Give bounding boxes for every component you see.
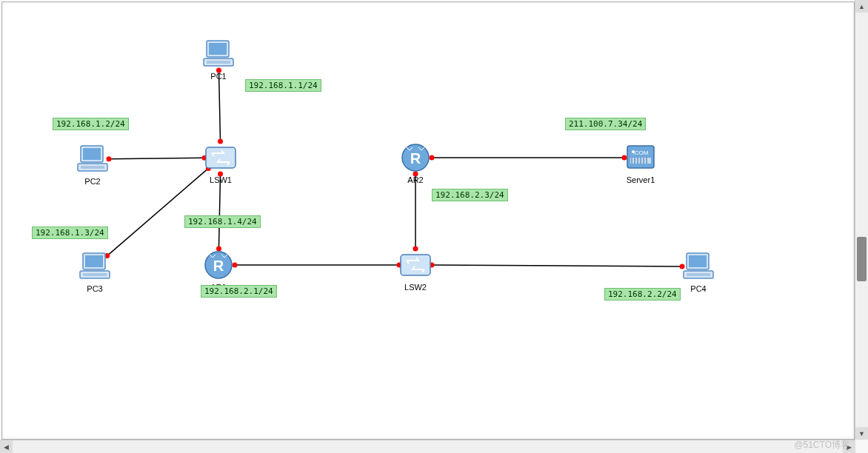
ip-label-pc3_ip: 192.168.1.3/24 <box>32 226 108 239</box>
port-dot <box>622 155 627 161</box>
scroll-track-v[interactable] <box>855 13 868 427</box>
port-dot <box>206 166 211 171</box>
port-dot <box>216 246 221 252</box>
ip-label-ar2_ip: 192.168.2.3/24 <box>432 189 508 201</box>
port-dot <box>104 253 110 258</box>
ip-label-pc4_ip: 192.168.2.2/24 <box>604 288 681 301</box>
port-dot <box>429 263 434 268</box>
port-dot <box>680 264 685 269</box>
port-dot <box>413 246 418 252</box>
ip-label-srv_ip: 211.100.7.34/24 <box>565 118 646 130</box>
ip-label-pc1_ip: 192.168.1.1/24 <box>245 79 321 92</box>
link-lsw2-pc4 <box>432 265 682 266</box>
scroll-down-arrow[interactable]: ▼ <box>855 427 868 440</box>
link-pc1-lsw1 <box>218 70 220 141</box>
port-dot <box>218 139 223 144</box>
port-dot <box>397 263 402 268</box>
scroll-thumb-v[interactable] <box>857 237 867 281</box>
port-dot <box>233 263 238 268</box>
port-dot <box>218 171 223 176</box>
topology-canvas <box>2 2 854 439</box>
port-dot <box>202 155 207 161</box>
scroll-track-h[interactable] <box>13 440 843 453</box>
vertical-scrollbar[interactable]: ▲ ▼ <box>855 0 868 440</box>
link-lsw1-ar1 <box>218 174 220 249</box>
link-pc2-lsw1 <box>109 158 204 158</box>
scroll-left-arrow[interactable]: ◀ <box>0 440 13 453</box>
scroll-up-arrow[interactable]: ▲ <box>855 0 868 13</box>
port-dot <box>106 156 111 161</box>
port-dot <box>216 67 221 73</box>
ip-label-lsw1_ip: 192.168.1.4/24 <box>184 215 261 228</box>
watermark-text: @51CTO博客 <box>794 439 849 452</box>
ip-label-ar1_ip: 192.168.2.1/24 <box>201 285 277 298</box>
horizontal-scrollbar[interactable]: ◀ ▶ <box>0 440 855 453</box>
port-dot <box>413 172 418 177</box>
diagram-frame: PC1 PC2 PC3 PC4 LSW1 LSW2 R AR <box>1 1 855 440</box>
ip-label-pc2_ip: 192.168.1.2/24 <box>53 118 129 130</box>
link-pc3-lsw1 <box>107 168 209 255</box>
port-dot <box>430 155 435 161</box>
